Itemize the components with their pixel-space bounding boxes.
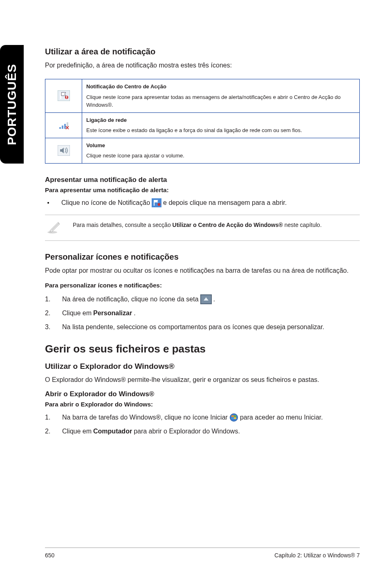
step-number: 3. (45, 322, 51, 332)
svg-line-16 (52, 223, 59, 230)
section-intro: Por predefinição, a área de notificação … (45, 61, 360, 70)
arrow-up-icon (200, 294, 212, 304)
bullet-after: e depois clique na mensagem para a abrir… (163, 199, 287, 206)
step-bold: Computador (93, 426, 132, 436)
svg-rect-12 (154, 200, 155, 206)
row-desc: Este ícone exibe o estado da ligação e a… (86, 127, 302, 133)
step-item: 2. Clique em Computador para abrir o Exp… (45, 426, 360, 436)
bullet-text: Clique no ícone de Notificação e depois … (61, 198, 287, 207)
svg-rect-6 (62, 126, 63, 129)
note-before: Para mais detalhes, consulte a secção (73, 222, 173, 228)
bullet-dot-icon (47, 202, 49, 204)
step-after: . (134, 308, 135, 318)
step-text: Clique em (62, 426, 92, 436)
open-explorer-sub: Para abrir o Explorador do Windows: (45, 401, 360, 408)
personalize-heading: Personalizar ícones e notificações (45, 252, 360, 262)
table-desc-cell: Volume Clique neste ícone para ajustar o… (82, 138, 360, 163)
flag-small-icon (152, 198, 161, 207)
row-title: Notificação do Centro de Acção (86, 83, 355, 91)
table-row: Volume Clique neste ícone para ajustar o… (45, 138, 360, 163)
svg-rect-4 (66, 98, 67, 99)
svg-rect-11 (152, 198, 161, 207)
step-after: para aceder ao menu Iniciar. (240, 413, 323, 422)
bullet-item: Clique no ícone de Notificação e depois … (45, 198, 360, 207)
svg-rect-5 (59, 127, 61, 129)
table-desc-cell: Notificação do Centro de Acção Clique ne… (82, 79, 360, 113)
alert-heading: Apresentar uma notificação de alerta (45, 176, 360, 184)
table-desc-cell: Ligação de rede Este ícone exibe o estad… (82, 112, 360, 138)
svg-text:✕: ✕ (65, 125, 69, 130)
note-after: neste capítulo. (283, 222, 322, 228)
step-body: Na área de notificação, clique no ícone … (62, 294, 360, 304)
table-row: ✕ Ligação de rede Este ícone exibe o est… (45, 112, 360, 138)
bullet-before: Clique no ícone de Notificação (61, 199, 150, 206)
windows-start-orb-icon (229, 413, 238, 422)
step-item: 1. Na área de notificação, clique no íco… (45, 294, 360, 304)
notification-icons-table: Notificação do Centro de Acção Clique ne… (45, 79, 360, 164)
step-number: 2. (45, 426, 51, 436)
step-number: 1. (45, 294, 51, 304)
table-row: Notificação do Centro de Acção Clique ne… (45, 79, 360, 113)
note-box: Para mais detalhes, consulte a secção Ut… (45, 215, 360, 241)
personalize-intro: Pode optar por mostrar ou ocultar os íco… (45, 266, 360, 275)
step-text: Na barra de tarefas do Windows®, clique … (62, 413, 228, 422)
table-icon-cell (45, 138, 82, 163)
table-icon-cell: ✕ (45, 112, 82, 138)
row-title: Ligação de rede (86, 116, 355, 124)
step-body: Na lista pendente, seleccione os comport… (62, 322, 360, 332)
chapter-title: Capítulo 2: Utilizar o Windows® 7 (274, 552, 360, 559)
step-text: Na área de notificação, clique no ícone … (62, 294, 199, 304)
step-body: Clique em Personalizar. (62, 308, 360, 318)
pencil-note-icon (45, 220, 63, 235)
step-item: 2. Clique em Personalizar. (45, 308, 360, 318)
open-explorer-heading: Abrir o Explorador do Windows® (45, 390, 360, 398)
step-item: 1. Na barra de tarefas do Windows®, cliq… (45, 413, 360, 422)
step-number: 1. (45, 413, 51, 422)
step-after: . (213, 294, 215, 304)
row-title: Volume (86, 141, 355, 150)
step-bold: Personalizar (93, 308, 132, 318)
volume-icon (58, 145, 70, 156)
step-text: Na lista pendente, seleccione os comport… (62, 322, 324, 332)
explorer-intro: O Explorador do Windows® permite-lhe vis… (45, 375, 360, 384)
note-bold: Utilizar o Centro de Acção do Windows® (173, 222, 283, 228)
page-footer: 650 Capítulo 2: Utilizar o Windows® 7 (45, 548, 360, 559)
language-tab: PORTUGUÊS (0, 45, 24, 164)
section-heading-notification-area: Utilizar a área de notificação (45, 47, 360, 56)
alert-subhead: Para apresentar uma notificação de alert… (45, 186, 360, 193)
row-desc: Clique neste ícone para apresentar todas… (86, 94, 341, 108)
svg-rect-3 (66, 96, 67, 98)
note-text: Para mais detalhes, consulte a secção Ut… (73, 220, 322, 229)
network-icon: ✕ (58, 120, 70, 130)
row-desc: Clique neste ícone para ajustar o volume… (86, 153, 184, 159)
step-item: 3. Na lista pendente, seleccione os comp… (45, 322, 360, 332)
step-body: Clique em Computador para abrir o Explor… (62, 426, 360, 436)
step-number: 2. (45, 308, 51, 318)
step-body: Na barra de tarefas do Windows®, clique … (62, 413, 360, 422)
explorer-heading: Utilizar o Explorador do Windows® (45, 362, 360, 371)
personalize-sub: Para personalizar ícones e notificações: (45, 282, 360, 289)
flag-icon (58, 90, 70, 101)
table-icon-cell (45, 79, 82, 113)
page-number: 650 (45, 552, 54, 559)
manage-heading: Gerir os seus ficheiros e pastas (45, 343, 360, 355)
step-text: Clique em (62, 308, 92, 318)
step-after: para abrir o Explorador do Windows. (134, 426, 240, 436)
svg-point-13 (158, 203, 161, 206)
page-content: Utilizar a área de notificação Por prede… (45, 47, 360, 440)
